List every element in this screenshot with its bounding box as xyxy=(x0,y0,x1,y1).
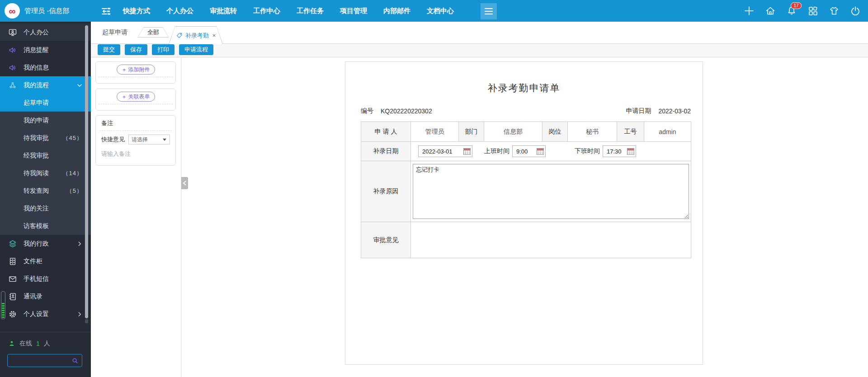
quick-opinion-value: 请选择 xyxy=(132,136,148,144)
speaker-icon xyxy=(8,63,17,72)
home-icon[interactable] xyxy=(765,5,776,16)
quick-opinion-select[interactable]: 请选择 xyxy=(128,135,170,144)
sidebar-item-message-remind[interactable]: 消息提醒 xyxy=(0,41,91,59)
topbar-menu-item[interactable]: 工作中心 xyxy=(253,7,280,15)
sidebar-item-personal-settings[interactable]: 个人设置 xyxy=(0,305,91,323)
topbar-icons: 17 xyxy=(744,0,861,22)
add-attachment-button[interactable]: ＋添加附件 xyxy=(117,65,155,74)
search-input[interactable] xyxy=(10,355,68,366)
sidebar-item-forward-review[interactable]: 转发查阅（5） xyxy=(0,182,91,200)
makeup-date-input[interactable] xyxy=(421,148,460,155)
chevron-right-icon xyxy=(76,311,83,317)
app-window: ∞ 管理员 -信息部 快捷方式个人办公审批流转工作中心工作任务项目管理内部邮件文… xyxy=(0,0,868,377)
reason-textarea[interactable]: 忘记打卡 xyxy=(413,164,689,219)
new-item-icon[interactable] xyxy=(744,5,755,16)
start-time-label: 上班时间 xyxy=(484,147,509,155)
tab-attendance-makeup[interactable]: 补录考勤 × xyxy=(169,26,223,44)
toolbar-button[interactable]: 申请流程 xyxy=(179,44,213,55)
sidebar-item-visitor-template[interactable]: 访客模板 xyxy=(0,217,91,235)
sidebar-item-sms[interactable]: 手机短信 xyxy=(0,270,91,288)
remark-input[interactable]: 请输入备注 xyxy=(101,150,170,158)
makeup-date-label: 补录日期 xyxy=(361,142,411,161)
end-time-input[interactable] xyxy=(606,148,624,155)
empno-label: 工号 xyxy=(617,122,644,142)
sidebar-item-count: （45） xyxy=(63,134,83,142)
chevron-down-icon xyxy=(163,139,166,141)
topbar-menu-item[interactable]: 快捷方式 xyxy=(123,7,150,15)
more-menu-button[interactable] xyxy=(481,3,497,19)
collapse-panel-handle[interactable] xyxy=(181,177,188,189)
empno-value: admin xyxy=(644,122,691,142)
add-attachment-label: 添加附件 xyxy=(128,66,150,74)
calendar-icon[interactable] xyxy=(627,148,634,155)
start-time-input[interactable] xyxy=(515,148,533,155)
content-area: 起草申请 全部 补录考勤 × 提交保存打印申请流程 xyxy=(91,22,868,377)
sidebar-search xyxy=(7,354,82,367)
search-icon[interactable] xyxy=(71,357,79,364)
topbar-menu-item[interactable]: 内部邮件 xyxy=(383,7,410,15)
sidebar-item-label: 个人办公 xyxy=(24,28,49,37)
topbar-menu-item[interactable]: 工作任务 xyxy=(297,7,324,15)
topbar-menu-item[interactable]: 审批流转 xyxy=(210,7,237,15)
start-time-field[interactable] xyxy=(512,145,546,157)
tab-close-icon[interactable]: × xyxy=(212,32,216,39)
sidebar-item-label: 访客模板 xyxy=(24,222,49,230)
sidebar-item-label: 我的流程 xyxy=(24,81,49,89)
online-user-icon xyxy=(8,340,15,347)
theme-shirt-icon[interactable] xyxy=(829,5,840,16)
status-indicator xyxy=(1,291,5,319)
brand-logo: ∞ xyxy=(5,3,20,19)
end-time-field[interactable] xyxy=(603,145,636,157)
flow-icon xyxy=(8,81,17,90)
plus-icon: ＋ xyxy=(122,66,127,74)
dashed-divider xyxy=(99,77,173,77)
tab-active-label: 补录考勤 xyxy=(185,32,209,40)
sidebar-item-my-info[interactable]: 我的信息 xyxy=(0,59,91,76)
calendar-icon[interactable] xyxy=(537,148,544,155)
toolbar-button[interactable]: 打印 xyxy=(152,44,175,55)
sidebar-item-personal-office[interactable]: 个人办公 xyxy=(0,23,91,41)
sidebar-item-approved-by-me[interactable]: 经我审批 xyxy=(0,147,91,164)
sidebar-item-my-workflow[interactable]: 我的流程 xyxy=(0,76,91,94)
tag-icon xyxy=(176,32,183,39)
topbar-menu-item[interactable]: 项目管理 xyxy=(340,7,367,15)
link-form-button[interactable]: ＋关联表单 xyxy=(117,92,155,102)
sidebar-item-label: 我的申请 xyxy=(24,116,49,125)
form-title: 补录考勤申请单 xyxy=(345,82,703,94)
online-status: 在线 1 人 xyxy=(8,340,50,348)
apps-grid-icon[interactable] xyxy=(807,5,818,16)
makeup-date-field[interactable] xyxy=(418,145,472,157)
toolbar-button[interactable]: 提交 xyxy=(98,44,120,55)
sidebar-item-draft-apply[interactable]: 起草申请 xyxy=(0,94,91,112)
sidebar-scrollbar-end[interactable] xyxy=(85,319,88,323)
sidebar: 个人办公消息提醒我的信息我的流程起草申请我的申请待我审批（45）经我审批待我阅读… xyxy=(0,22,91,377)
sidebar-item-count: （14） xyxy=(63,169,83,177)
tab-root-label[interactable]: 起草申请 xyxy=(102,28,127,37)
dashed-divider xyxy=(99,104,173,104)
link-form-label: 关联表单 xyxy=(128,93,150,101)
menu-collapse-icon[interactable] xyxy=(100,6,111,16)
sidebar-item-file-cabinet[interactable]: 文件柜 xyxy=(0,252,91,270)
sidebar-item-my-admin[interactable]: 我的行政 xyxy=(0,235,91,252)
table-row-applicant: 申 请 人 管理员 部门 信息部 岗位 秘书 工号 admin xyxy=(361,122,691,142)
sidebar-item-count: （5） xyxy=(66,187,83,195)
sidebar-item-my-apply[interactable]: 我的申请 xyxy=(0,112,91,129)
form-no-value: KQ202220220302 xyxy=(381,107,432,115)
sidebar-item-my-follow[interactable]: 我的关注 xyxy=(0,200,91,217)
logout-power-icon[interactable] xyxy=(850,5,861,16)
sidebar-item-wait-my-read[interactable]: 待我阅读（14） xyxy=(0,164,91,182)
sidebar-item-label: 手机短信 xyxy=(24,275,49,283)
remark-box: 备注 快捷意见 请选择 请输入备注 xyxy=(95,115,176,166)
topbar-menu-item[interactable]: 个人办公 xyxy=(166,7,193,15)
sidebar-item-contacts[interactable]: 通讯录 xyxy=(0,288,91,305)
notifications-bell-icon[interactable]: 17 xyxy=(786,5,797,16)
sidebar-scrollbar[interactable] xyxy=(85,25,88,318)
calendar-icon[interactable] xyxy=(463,148,471,155)
form-panel: 补录考勤申请单 编号 KQ202220220302 申请日期 2022-03-0… xyxy=(345,61,703,365)
topbar-menu-item[interactable]: 文档中心 xyxy=(427,7,454,15)
brand-logo-glyph: ∞ xyxy=(9,6,16,16)
sidebar-item-wait-my-approve[interactable]: 待我审批（45） xyxy=(0,129,91,147)
toolbar-button[interactable]: 保存 xyxy=(125,44,147,55)
tab-all[interactable]: 全部 xyxy=(137,27,169,37)
linked-form-box: ＋关联表单 xyxy=(95,88,176,111)
